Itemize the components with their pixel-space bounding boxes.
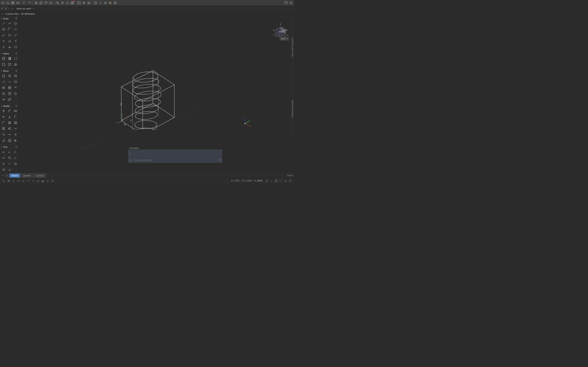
annotation-scale-btn[interactable]: A (269, 179, 274, 183)
preview-btn[interactable] (39, 1, 43, 5)
layers-panel-tab[interactable]: Layers and Properties (291, 36, 294, 59)
app-manager-btn[interactable] (108, 1, 112, 5)
adjust-xref-tool[interactable] (7, 91, 12, 96)
write-block-tool[interactable] (13, 73, 18, 79)
block-section-header[interactable]: ▼ Block ⚙ (0, 69, 18, 73)
arc-tool[interactable] (7, 26, 12, 32)
blocks-panel-label[interactable]: Blocks (287, 174, 293, 176)
modify-gear-icon[interactable]: ⚙ (15, 105, 17, 107)
tab-layout-btn[interactable]: ⊞ (4, 7, 8, 10)
undo-btn[interactable] (22, 1, 27, 5)
properties-btn[interactable] (70, 1, 75, 5)
plot-btn[interactable] (16, 1, 20, 5)
otrack-btn[interactable] (26, 179, 30, 183)
close-tab-btn[interactable]: ✕ (33, 7, 34, 9)
erase-tool[interactable] (1, 138, 7, 143)
customize-btn[interactable] (284, 179, 288, 183)
layout1-tab[interactable]: Layout1 (21, 174, 33, 178)
region-tool[interactable] (13, 44, 18, 50)
wcs-button[interactable]: WCS ▼ (279, 37, 290, 41)
zoom-btn[interactable] (77, 1, 81, 5)
render-mode[interactable]: 2D Wireframe (21, 13, 35, 15)
workspace-btn[interactable] (284, 1, 288, 5)
ortho-btn[interactable] (11, 179, 16, 183)
offset-tool[interactable] (7, 120, 12, 125)
bind-xref-tool[interactable] (1, 97, 7, 102)
hatch-gear-icon[interactable]: ⚙ (15, 52, 17, 55)
array-tool[interactable] (1, 126, 7, 132)
explode-tool[interactable] (13, 132, 18, 137)
rectangle-tool[interactable] (1, 26, 7, 32)
draw-section-header[interactable]: ▼ Draw ⚙ (0, 16, 18, 20)
copy-tool[interactable] (13, 120, 18, 125)
fullscreen-btn[interactable] (279, 179, 283, 183)
spline-tool[interactable] (1, 33, 7, 38)
save-btn[interactable] (11, 1, 15, 5)
view-plus[interactable]: + (2, 13, 3, 15)
chamfer-tool[interactable] (1, 120, 7, 125)
field-tool[interactable] (13, 161, 18, 167)
extend-tool[interactable] (7, 114, 12, 120)
stretch-tool[interactable] (13, 126, 18, 132)
snap-btn[interactable] (2, 179, 6, 183)
hatch-section-header[interactable]: ▼ Hatch ⚙ (0, 51, 18, 55)
helix-tool[interactable] (13, 38, 18, 44)
text-section-header[interactable]: ▼ Text ⚙ (0, 145, 18, 149)
view-name[interactable]: Custom View (6, 13, 19, 15)
user-btn[interactable] (289, 1, 293, 5)
qp-btn[interactable]: ? (51, 179, 55, 183)
workspace-switch-btn[interactable] (274, 179, 278, 183)
spell-tool[interactable]: ABC (1, 155, 7, 161)
scale-text-tool[interactable]: A (7, 167, 12, 173)
wipeout-tool[interactable] (7, 44, 12, 50)
ellipse-tool[interactable] (7, 33, 12, 38)
join-tool[interactable] (7, 132, 12, 137)
modify-section-header[interactable]: ▼ Modify ⚙ (0, 104, 18, 108)
edit-btn[interactable] (60, 1, 65, 5)
block-editor-tool[interactable] (7, 73, 12, 79)
import-btn[interactable] (44, 1, 48, 5)
mtext-tool[interactable]: A (1, 149, 7, 155)
attach-xref-tool[interactable] (13, 85, 18, 91)
grid-snap-btn[interactable] (7, 179, 11, 183)
tab-expand-btn[interactable]: » (8, 7, 9, 9)
dynucs-btn[interactable] (31, 179, 35, 183)
dyn-btn[interactable] (36, 179, 40, 183)
construction-line-tool[interactable] (1, 38, 7, 44)
draw-gear-icon[interactable]: ⚙ (15, 17, 17, 20)
pan-btn[interactable] (82, 1, 86, 5)
block-gear-icon[interactable]: ⚙ (15, 69, 17, 72)
boundary-tool[interactable] (13, 56, 18, 61)
trim-tool[interactable] (1, 114, 7, 120)
text-justify-tool[interactable] (1, 161, 7, 167)
layout-tab-add-btn[interactable]: + (1, 174, 4, 177)
open-folder-btn[interactable] (6, 1, 10, 5)
text-gear-icon[interactable]: ⚙ (15, 146, 17, 148)
line-tool[interactable] (1, 21, 7, 26)
reference-panel-tab[interactable]: Reference Manager (291, 98, 294, 119)
wipeout-hatch-tool[interactable] (1, 62, 7, 67)
group-btn[interactable] (65, 1, 70, 5)
block-palette-tool[interactable] (7, 85, 12, 91)
fillet-tool[interactable] (13, 114, 18, 120)
layout2-tab[interactable]: Layout2 (34, 174, 46, 178)
find-tool[interactable] (7, 155, 12, 161)
attrib-define-tool[interactable]: A (1, 79, 7, 85)
polar-btn[interactable] (16, 179, 20, 183)
text-style-tool[interactable]: A (13, 149, 18, 155)
move-tool[interactable] (1, 108, 7, 114)
update-field-tool[interactable] (1, 167, 7, 173)
insert-btn[interactable] (55, 1, 60, 5)
active-tab[interactable]: bicho do cubo* ✕ (15, 6, 37, 11)
text-scale-tool[interactable]: AA (13, 155, 18, 161)
external-ref-tool[interactable] (7, 97, 12, 102)
canvas-area[interactable]: Z Y X (19, 16, 294, 173)
attrib-display-tool[interactable] (13, 79, 18, 85)
redo-btn[interactable] (27, 1, 32, 5)
point-tool[interactable] (1, 44, 7, 50)
text-convert-tool[interactable]: A (7, 161, 12, 167)
help-btn[interactable]: ? (288, 179, 292, 183)
transparency-btn[interactable] (46, 179, 50, 183)
data-extraction-tool[interactable] (1, 85, 7, 91)
osnap-btn[interactable] (21, 179, 25, 183)
